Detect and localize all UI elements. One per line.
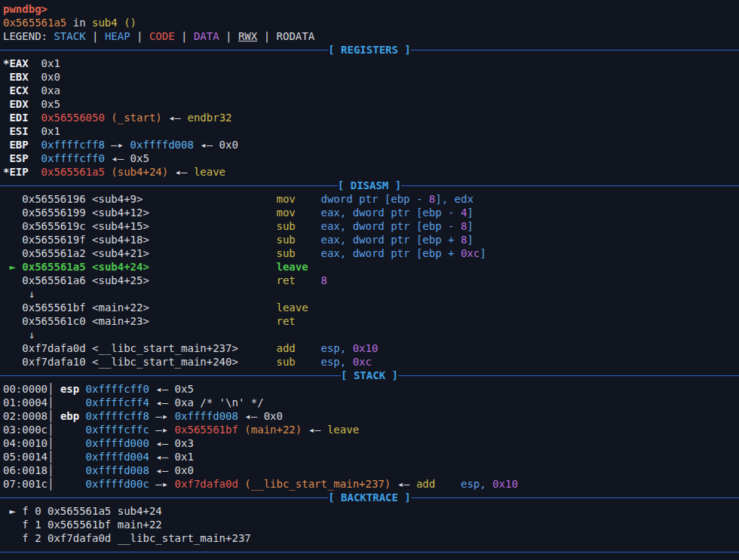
symbol: (main+22) xyxy=(244,424,302,436)
text-segment xyxy=(86,301,92,314)
register-value: 0x5 xyxy=(41,98,60,110)
stack-offset: 02:0008 xyxy=(3,410,48,422)
terminal-line: pwndbg> xyxy=(0,2,739,16)
separator-line xyxy=(0,50,328,50)
terminal-line: EBX 0x0 xyxy=(0,70,739,84)
text-segment xyxy=(3,301,22,314)
terminal-line: ► f 0 0x565561a5 sub4+24 xyxy=(0,504,739,518)
symbol: <sub4+18> xyxy=(92,234,149,246)
stack-separator: [ STACK ] xyxy=(0,369,739,382)
symbol: <sub4+15> xyxy=(92,220,149,232)
frame-label: f 1 xyxy=(3,519,48,531)
text-segment xyxy=(3,274,22,286)
frame-label: f 2 xyxy=(3,532,48,544)
text-segment xyxy=(3,220,22,232)
terminal-line: ESP 0xffffcff0 ◂— 0x5 xyxy=(0,151,739,165)
section-title-backtrace: [ BACKTRACE ] xyxy=(328,491,411,504)
stack-address: 0xffffd008 xyxy=(175,410,238,422)
symbol: <sub4+9> xyxy=(92,193,143,205)
text-segment: │ xyxy=(48,451,86,463)
symbol: <__libc_start_main+237> xyxy=(92,342,238,354)
terminal-line: ↓ xyxy=(0,328,739,341)
instruction: endbr32 xyxy=(187,112,232,124)
value: ◂— 0x5 xyxy=(105,152,149,164)
legend-data: DATA xyxy=(194,30,219,42)
text-segment: | xyxy=(257,30,276,42)
text-segment: │ xyxy=(48,464,86,476)
operands: eax, dword ptr [ebp + xyxy=(320,247,460,259)
terminal-line: 0x565561bf <main+22> leave xyxy=(0,301,739,314)
code-address: 0xf7dafa0d xyxy=(175,478,238,490)
text-segment xyxy=(86,342,92,354)
legend-stack: STACK xyxy=(54,30,85,42)
text-segment xyxy=(296,220,321,232)
text-segment xyxy=(143,193,276,205)
address: 0x565561bf xyxy=(22,301,85,314)
text-segment: │ xyxy=(48,437,86,449)
address: 0x565561c0 xyxy=(22,315,85,327)
register-name: EDX xyxy=(9,98,28,110)
points-to-arrow: —▸ xyxy=(105,139,130,151)
symbol: (sub4+24) xyxy=(111,166,168,178)
text-segment xyxy=(29,71,41,83)
stack-address: 0xffffd000 xyxy=(86,437,149,449)
text-segment xyxy=(86,356,92,368)
symbol: (_start) xyxy=(111,112,161,124)
disasm-separator: [ DISASM ] xyxy=(0,179,739,192)
terminal-line: EBP 0xffffcff8 —▸ 0xffffd008 ◂— 0x0 xyxy=(0,138,739,151)
text-segment xyxy=(149,315,277,327)
text-segment xyxy=(3,247,22,259)
operands: esp, xyxy=(461,478,492,490)
terminal-line: 0x565561a5 in sub4 () xyxy=(0,16,739,29)
terminal-line: 07:001c│ 0xffffd00c —▸ 0xf7dafa0d (__lib… xyxy=(0,477,739,491)
symbol: sub4+24 xyxy=(111,505,161,517)
text-segment xyxy=(238,356,277,368)
stack-panel: 00:0000│ esp 0xffffcff0 ◂— 0x501:0004│ 0… xyxy=(0,382,739,491)
value: ◂— 0x0 xyxy=(194,139,238,151)
text-segment xyxy=(29,125,41,137)
backtrace-panel: ► f 0 0x565561a5 sub4+24 f 1 0x565561bf … xyxy=(0,504,739,545)
value: ◂— 0x1 xyxy=(149,451,194,463)
register-name: EBP xyxy=(9,139,28,151)
mnemonic: sub xyxy=(276,220,295,232)
function-name: sub4 () xyxy=(92,17,136,29)
terminal-line: 0x5655619f <sub4+18> sub eax, dword ptr … xyxy=(0,233,739,246)
text-segment: | xyxy=(86,30,105,42)
backtrace-separator: [ BACKTRACE ] xyxy=(0,491,739,504)
stack-address: 0xffffd008 xyxy=(86,464,149,476)
stack-address: 0xffffcff0 xyxy=(41,152,105,164)
address: 0x565561a2 xyxy=(22,247,85,259)
text-segment: | xyxy=(130,30,149,42)
pwndbg-terminal[interactable]: pwndbg> 0x565561a5 in sub4 ()LEGEND: STA… xyxy=(0,0,739,560)
deref-arrow: ◂— xyxy=(302,424,327,436)
disasm-panel: 0x56556196 <sub4+9> mov dword ptr [ebp -… xyxy=(0,192,739,369)
register-value: 0xa xyxy=(41,84,60,96)
address: 0x565561a5 xyxy=(48,505,111,517)
register-name: ECX xyxy=(9,84,28,96)
text-segment xyxy=(79,410,85,422)
frame-marker: ► xyxy=(3,505,22,517)
legend-rodata: RODATA xyxy=(277,30,315,42)
terminal-line: EDX 0x5 xyxy=(0,97,739,111)
immediate: 8 xyxy=(320,274,327,286)
text-segment xyxy=(29,139,41,151)
separator-line xyxy=(398,375,739,376)
flow-arrow: ↓ xyxy=(3,329,35,341)
address: 0xf7dafa0d xyxy=(48,532,111,544)
register-value: 0x0 xyxy=(41,71,60,83)
register-name: esp xyxy=(60,383,79,395)
immediate: 0xc xyxy=(461,247,480,259)
text-segment: | xyxy=(219,30,238,42)
terminal-line: f 1 0x565561bf main+22 xyxy=(0,518,739,531)
stack-offset: 03:000c xyxy=(3,424,48,436)
stack-offset: 01:0004 xyxy=(3,396,48,409)
mnemonic: leave xyxy=(276,301,308,314)
operands: eax, dword ptr [ebp - xyxy=(320,207,460,219)
command-area: pwndbg> 0x565561a5 in sub4 ()LEGEND: STA… xyxy=(0,2,739,43)
text-segment xyxy=(29,98,41,110)
section-title-disasm: [ DISASM ] xyxy=(338,179,401,192)
mnemonic: ret xyxy=(276,315,295,327)
stack-offset: 07:001c xyxy=(3,478,48,490)
text-segment xyxy=(296,342,321,354)
mnemonic: sub xyxy=(276,247,295,259)
